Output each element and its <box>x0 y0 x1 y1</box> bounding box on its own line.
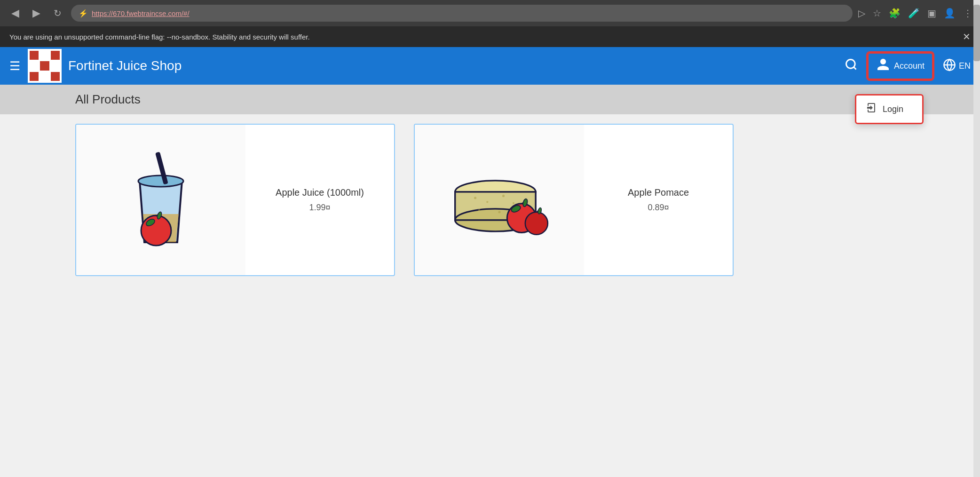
account-label: Account <box>894 61 925 71</box>
apple-pomace-illustration <box>443 153 556 247</box>
logo-icon <box>28 49 62 83</box>
scrollbar[interactable] <box>973 0 980 477</box>
logo-cell-1 <box>30 51 39 60</box>
product-name-apple-pomace: Apple Pomace <box>593 187 723 198</box>
back-button[interactable]: ◀ <box>8 5 23 21</box>
user-button[interactable]: 👤 <box>944 8 956 19</box>
login-icon <box>866 102 877 116</box>
product-image-apple-juice <box>76 125 245 275</box>
logo-cell-3 <box>51 51 60 60</box>
login-menu-item[interactable]: Login <box>856 95 922 123</box>
product-price-apple-pomace: 0.89¤ <box>593 203 723 213</box>
logo-container: Fortinet Juice Shop <box>28 49 182 83</box>
login-label: Login <box>883 104 903 114</box>
product-info-apple-pomace: Apple Pomace 0.89¤ <box>584 178 733 222</box>
account-dropdown: Login <box>855 94 924 124</box>
svg-line-1 <box>854 67 856 69</box>
scrollbar-thumb[interactable] <box>973 5 980 61</box>
browser-chrome: ◀ ▶ ↻ ⚡ https://670.fwebtraincse.com/#/ … <box>0 0 980 26</box>
lang-label: EN <box>959 61 971 71</box>
svg-point-17 <box>478 209 480 211</box>
products-section: All Products <box>0 85 980 295</box>
svg-point-0 <box>846 59 855 68</box>
search-button[interactable] <box>845 58 858 74</box>
product-info-apple-juice: Apple Juice (1000ml) 1.99¤ <box>245 178 394 222</box>
app-title: Fortinet Juice Shop <box>68 58 182 73</box>
product-price-apple-juice: 1.99¤ <box>255 203 385 213</box>
security-icon: ⚡ <box>79 9 88 18</box>
svg-point-16 <box>513 202 514 204</box>
svg-point-18 <box>498 211 500 213</box>
apple-juice-illustration <box>114 143 208 256</box>
url-text: https://670.fwebtraincse.com/#/ <box>92 9 190 17</box>
warning-message: You are using an unsupported command-lin… <box>9 33 310 41</box>
products-grid: Apple Juice (1000ml) 1.99¤ <box>0 124 980 295</box>
account-button[interactable]: Account <box>867 52 933 80</box>
svg-point-6 <box>141 215 171 246</box>
svg-point-4 <box>138 175 183 187</box>
extensions-button[interactable]: 🧩 <box>889 8 901 19</box>
window-button[interactable]: ▣ <box>927 8 936 19</box>
product-card-apple-pomace[interactable]: Apple Pomace 0.89¤ <box>414 124 734 276</box>
bookmark-button[interactable]: ☆ <box>873 8 881 19</box>
svg-point-13 <box>474 197 476 199</box>
login-dropdown-menu: Login <box>855 94 924 124</box>
browser-actions: ▷ ☆ 🧩 🧪 ▣ 👤 ⋮ <box>858 8 972 19</box>
globe-icon <box>943 58 956 74</box>
product-card-apple-juice[interactable]: Apple Juice (1000ml) 1.99¤ <box>75 124 395 276</box>
svg-point-21 <box>525 212 548 235</box>
warning-close-button[interactable]: ✕ <box>963 31 971 42</box>
forward-button[interactable]: ▶ <box>29 5 44 21</box>
logo-cell-8 <box>40 72 49 81</box>
cast-button[interactable]: ▷ <box>858 8 865 19</box>
logo-cell-7 <box>30 72 39 81</box>
logo-cell-9 <box>51 72 60 81</box>
hamburger-menu-button[interactable]: ☰ <box>9 59 20 73</box>
svg-point-15 <box>502 195 505 197</box>
logo-cell-2 <box>40 51 49 60</box>
logo-cell-6 <box>51 61 60 70</box>
warning-bar: You are using an unsupported command-lin… <box>0 26 980 47</box>
address-bar[interactable]: ⚡ https://670.fwebtraincse.com/#/ <box>71 5 853 22</box>
product-image-apple-pomace <box>415 125 584 275</box>
app-header: ☰ Fortinet Juice Shop Account <box>0 47 980 85</box>
all-products-title: All Products <box>75 92 141 106</box>
logo-cell-4 <box>30 61 39 70</box>
menu-button[interactable]: ⋮ <box>963 8 972 19</box>
profile-button[interactable]: 🧪 <box>908 8 920 19</box>
language-button[interactable]: EN <box>943 58 971 74</box>
all-products-bar: All Products <box>0 85 980 114</box>
account-icon <box>876 57 890 75</box>
product-name-apple-juice: Apple Juice (1000ml) <box>255 187 385 198</box>
reload-button[interactable]: ↻ <box>50 6 65 21</box>
svg-point-14 <box>486 201 488 203</box>
logo-cell-5 <box>40 61 49 70</box>
